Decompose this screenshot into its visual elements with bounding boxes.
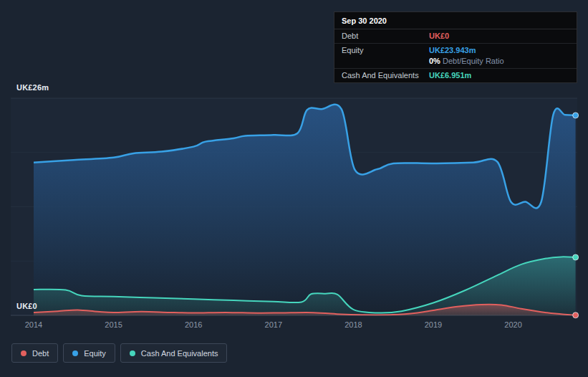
- x-tick-label: 2020: [502, 320, 525, 329]
- tooltip-ratio: 0% Debt/Equity Ratio: [429, 57, 504, 65]
- tooltip-equity-row: Equity UK£23.943m 0% Debt/Equity Ratio: [334, 44, 577, 69]
- tooltip-date: Sep 30 2020: [334, 12, 577, 29]
- tooltip-debt-value: UK£0: [429, 32, 449, 40]
- y-axis-min-label: UK£0: [16, 302, 37, 310]
- debt-series-dot-icon: [21, 350, 26, 356]
- tooltip-cash-value: UK£6.951m: [429, 71, 471, 80]
- legend-cash-label: Cash And Equivalents: [141, 349, 218, 358]
- tooltip-equity-cell: UK£23.943m 0% Debt/Equity Ratio: [429, 46, 504, 65]
- x-tick-label: 2015: [102, 320, 125, 329]
- x-tick-label: 2014: [22, 320, 45, 329]
- chart-legend: Debt Equity Cash And Equivalents: [11, 343, 227, 363]
- x-tick-label: 2018: [342, 320, 365, 329]
- tooltip-cash-label: Cash And Equivalents: [342, 71, 429, 80]
- legend-item-cash[interactable]: Cash And Equivalents: [120, 343, 228, 363]
- legend-item-debt[interactable]: Debt: [11, 343, 58, 363]
- debt-equity-history-page: { "chart_data": { "type": "area", "grid"…: [0, 0, 588, 377]
- x-axis-labels: 2014201520162017201820192020: [0, 320, 588, 332]
- tooltip-cash-row: Cash And Equivalents UK£6.951m: [334, 69, 577, 82]
- x-tick-label: 2017: [262, 320, 285, 329]
- tooltip-equity-value: UK£23.943m: [429, 46, 504, 54]
- chart-tooltip: Sep 30 2020 Debt UK£0 Equity UK£23.943m …: [334, 11, 577, 83]
- legend-equity-label: Equity: [84, 349, 106, 358]
- x-tick-label: 2016: [182, 320, 205, 329]
- cash-series-dot-icon: [130, 350, 135, 356]
- x-tick-label: 2019: [422, 320, 445, 329]
- tooltip-equity-label: Equity: [342, 46, 429, 54]
- tooltip-debt-label: Debt: [342, 32, 429, 40]
- legend-debt-label: Debt: [32, 349, 49, 358]
- y-axis-max-label: UK£26m: [16, 83, 49, 92]
- tooltip-debt-row: Debt UK£0: [334, 29, 577, 44]
- equity-series-dot-icon: [72, 350, 78, 356]
- tooltip-ratio-value: 0%: [429, 57, 440, 65]
- tooltip-ratio-label: Debt/Equity Ratio: [443, 57, 504, 65]
- legend-item-equity[interactable]: Equity: [63, 343, 115, 363]
